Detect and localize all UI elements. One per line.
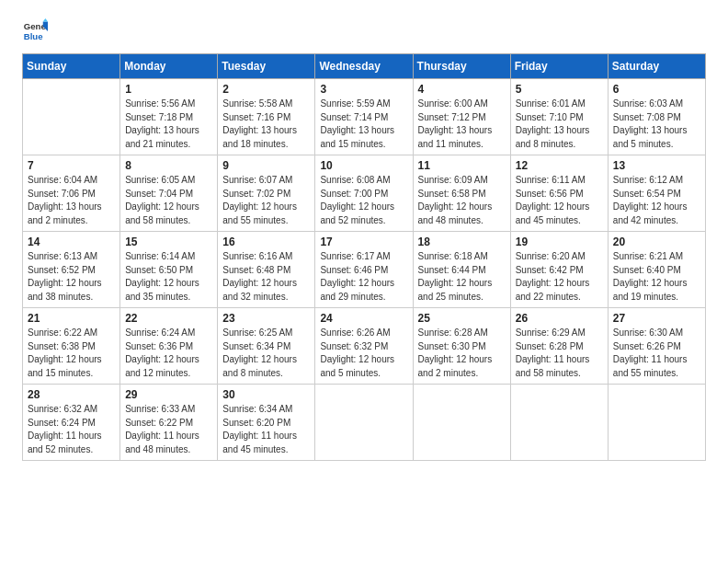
day-number: 26 — [516, 312, 603, 325]
day-detail: Sunrise: 6:16 AM Sunset: 6:48 PM Dayligh… — [222, 250, 310, 304]
day-number: 5 — [516, 83, 603, 96]
col-header-tuesday: Tuesday — [218, 54, 315, 79]
day-number: 2 — [222, 83, 310, 96]
page-header: General Blue — [22, 18, 706, 44]
day-number: 14 — [28, 236, 115, 248]
day-number: 10 — [320, 159, 407, 172]
col-header-monday: Monday — [120, 54, 218, 79]
day-detail: Sunrise: 6:21 AM Sunset: 6:40 PM Dayligh… — [613, 250, 700, 304]
calendar-cell: 15Sunrise: 6:14 AM Sunset: 6:50 PM Dayli… — [120, 232, 218, 308]
calendar-cell: 5Sunrise: 6:01 AM Sunset: 7:10 PM Daylig… — [510, 79, 608, 155]
day-number: 28 — [28, 388, 115, 401]
col-header-friday: Friday — [510, 54, 608, 79]
day-number: 19 — [516, 236, 603, 248]
calendar-cell: 7Sunrise: 6:04 AM Sunset: 7:06 PM Daylig… — [23, 155, 120, 232]
day-detail: Sunrise: 6:08 AM Sunset: 7:00 PM Dayligh… — [320, 174, 407, 227]
calendar-cell: 11Sunrise: 6:09 AM Sunset: 6:58 PM Dayli… — [413, 155, 510, 232]
day-detail: Sunrise: 6:25 AM Sunset: 6:34 PM Dayligh… — [222, 327, 310, 380]
day-detail: Sunrise: 6:07 AM Sunset: 7:02 PM Dayligh… — [222, 174, 310, 227]
calendar-cell: 1Sunrise: 5:56 AM Sunset: 7:18 PM Daylig… — [120, 79, 218, 155]
calendar-week-row: 28Sunrise: 6:32 AM Sunset: 6:24 PM Dayli… — [23, 385, 706, 461]
day-detail: Sunrise: 6:33 AM Sunset: 6:22 PM Dayligh… — [125, 403, 212, 456]
calendar-cell — [23, 79, 120, 155]
calendar-cell: 18Sunrise: 6:18 AM Sunset: 6:44 PM Dayli… — [413, 232, 510, 308]
calendar-cell: 23Sunrise: 6:25 AM Sunset: 6:34 PM Dayli… — [218, 308, 315, 385]
calendar-cell: 13Sunrise: 6:12 AM Sunset: 6:54 PM Dayli… — [608, 155, 705, 232]
day-number: 24 — [320, 312, 407, 325]
day-detail: Sunrise: 6:26 AM Sunset: 6:32 PM Dayligh… — [320, 327, 407, 380]
day-detail: Sunrise: 6:09 AM Sunset: 6:58 PM Dayligh… — [418, 174, 506, 227]
day-number: 7 — [28, 159, 115, 172]
day-detail: Sunrise: 6:11 AM Sunset: 6:56 PM Dayligh… — [516, 174, 603, 227]
day-detail: Sunrise: 6:18 AM Sunset: 6:44 PM Dayligh… — [418, 250, 506, 304]
calendar-cell: 29Sunrise: 6:33 AM Sunset: 6:22 PM Dayli… — [120, 385, 218, 461]
calendar-cell: 9Sunrise: 6:07 AM Sunset: 7:02 PM Daylig… — [218, 155, 315, 232]
day-number: 3 — [320, 83, 407, 96]
day-number: 12 — [516, 159, 603, 172]
day-detail: Sunrise: 6:13 AM Sunset: 6:52 PM Dayligh… — [28, 250, 115, 304]
calendar-cell: 6Sunrise: 6:03 AM Sunset: 7:08 PM Daylig… — [608, 79, 705, 155]
day-number: 15 — [125, 236, 212, 248]
day-detail: Sunrise: 6:29 AM Sunset: 6:28 PM Dayligh… — [516, 327, 603, 380]
calendar-cell: 2Sunrise: 5:58 AM Sunset: 7:16 PM Daylig… — [218, 79, 315, 155]
calendar-week-row: 21Sunrise: 6:22 AM Sunset: 6:38 PM Dayli… — [23, 308, 706, 385]
day-number: 21 — [28, 312, 115, 325]
day-number: 9 — [222, 159, 310, 172]
calendar-week-row: 1Sunrise: 5:56 AM Sunset: 7:18 PM Daylig… — [23, 79, 706, 155]
day-number: 4 — [418, 83, 506, 96]
calendar-week-row: 7Sunrise: 6:04 AM Sunset: 7:06 PM Daylig… — [23, 155, 706, 232]
day-detail: Sunrise: 6:01 AM Sunset: 7:10 PM Dayligh… — [516, 98, 603, 151]
day-number: 16 — [222, 236, 310, 248]
calendar-cell: 16Sunrise: 6:16 AM Sunset: 6:48 PM Dayli… — [218, 232, 315, 308]
day-detail: Sunrise: 6:34 AM Sunset: 6:20 PM Dayligh… — [222, 403, 310, 456]
calendar-cell: 8Sunrise: 6:05 AM Sunset: 7:04 PM Daylig… — [120, 155, 218, 232]
day-number: 30 — [222, 388, 310, 401]
day-number: 13 — [613, 159, 700, 172]
calendar-cell: 22Sunrise: 6:24 AM Sunset: 6:36 PM Dayli… — [120, 308, 218, 385]
col-header-saturday: Saturday — [608, 54, 705, 79]
day-detail: Sunrise: 6:22 AM Sunset: 6:38 PM Dayligh… — [28, 327, 115, 380]
day-detail: Sunrise: 6:04 AM Sunset: 7:06 PM Dayligh… — [28, 174, 115, 227]
day-number: 6 — [613, 83, 700, 96]
logo-icon: General Blue — [22, 18, 48, 44]
day-number: 11 — [418, 159, 506, 172]
day-detail: Sunrise: 6:05 AM Sunset: 7:04 PM Dayligh… — [125, 174, 212, 227]
day-detail: Sunrise: 6:12 AM Sunset: 6:54 PM Dayligh… — [613, 174, 700, 227]
day-number: 20 — [613, 236, 700, 248]
day-number: 22 — [125, 312, 212, 325]
calendar-cell — [413, 385, 510, 461]
day-detail: Sunrise: 5:59 AM Sunset: 7:14 PM Dayligh… — [320, 98, 407, 151]
calendar-table: SundayMondayTuesdayWednesdayThursdayFrid… — [22, 53, 706, 461]
calendar-header-row: SundayMondayTuesdayWednesdayThursdayFrid… — [23, 54, 706, 79]
day-number: 18 — [418, 236, 506, 248]
calendar-cell: 20Sunrise: 6:21 AM Sunset: 6:40 PM Dayli… — [608, 232, 705, 308]
calendar-cell: 25Sunrise: 6:28 AM Sunset: 6:30 PM Dayli… — [413, 308, 510, 385]
day-detail: Sunrise: 6:03 AM Sunset: 7:08 PM Dayligh… — [613, 98, 700, 151]
logo: General Blue — [22, 18, 48, 44]
col-header-sunday: Sunday — [23, 54, 120, 79]
calendar-cell — [510, 385, 608, 461]
day-detail: Sunrise: 6:30 AM Sunset: 6:26 PM Dayligh… — [613, 327, 700, 380]
calendar-cell — [608, 385, 705, 461]
calendar-cell: 26Sunrise: 6:29 AM Sunset: 6:28 PM Dayli… — [510, 308, 608, 385]
calendar-cell: 21Sunrise: 6:22 AM Sunset: 6:38 PM Dayli… — [23, 308, 120, 385]
svg-text:Blue: Blue — [24, 31, 43, 41]
calendar-cell: 12Sunrise: 6:11 AM Sunset: 6:56 PM Dayli… — [510, 155, 608, 232]
day-detail: Sunrise: 6:24 AM Sunset: 6:36 PM Dayligh… — [125, 327, 212, 380]
calendar-cell — [315, 385, 413, 461]
day-detail: Sunrise: 6:28 AM Sunset: 6:30 PM Dayligh… — [418, 327, 506, 380]
calendar-cell: 24Sunrise: 6:26 AM Sunset: 6:32 PM Dayli… — [315, 308, 413, 385]
calendar-cell: 30Sunrise: 6:34 AM Sunset: 6:20 PM Dayli… — [218, 385, 315, 461]
day-detail: Sunrise: 5:56 AM Sunset: 7:18 PM Dayligh… — [125, 98, 212, 151]
day-number: 27 — [613, 312, 700, 325]
day-number: 29 — [125, 388, 212, 401]
calendar-cell: 28Sunrise: 6:32 AM Sunset: 6:24 PM Dayli… — [23, 385, 120, 461]
calendar-cell: 3Sunrise: 5:59 AM Sunset: 7:14 PM Daylig… — [315, 79, 413, 155]
day-number: 25 — [418, 312, 506, 325]
day-detail: Sunrise: 6:17 AM Sunset: 6:46 PM Dayligh… — [320, 250, 407, 304]
calendar-week-row: 14Sunrise: 6:13 AM Sunset: 6:52 PM Dayli… — [23, 232, 706, 308]
day-detail: Sunrise: 6:00 AM Sunset: 7:12 PM Dayligh… — [418, 98, 506, 151]
svg-marker-3 — [43, 18, 48, 22]
calendar-cell: 17Sunrise: 6:17 AM Sunset: 6:46 PM Dayli… — [315, 232, 413, 308]
day-detail: Sunrise: 5:58 AM Sunset: 7:16 PM Dayligh… — [222, 98, 310, 151]
